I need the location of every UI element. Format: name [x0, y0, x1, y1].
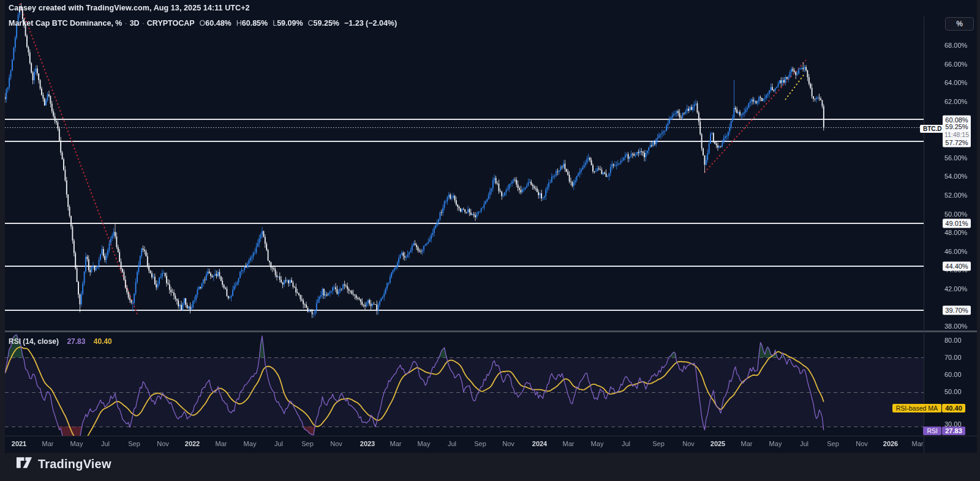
- rsi-label-value: 27.83: [942, 427, 965, 435]
- time-axis-month-label: May: [418, 440, 431, 447]
- time-axis-month-label: Sep: [474, 440, 486, 447]
- time-axis-month-label: Mar: [912, 440, 924, 447]
- high-value: 60.85%: [242, 19, 268, 28]
- symbol-legend[interactable]: Market Cap BTC Dominance, %·3D·CRYPTOCAP…: [9, 19, 397, 28]
- open-letter: O: [200, 19, 206, 28]
- time-axis-month-label: Nov: [157, 440, 169, 447]
- symbol-title[interactable]: Market Cap BTC Dominance, %: [9, 19, 122, 28]
- low-value: 59.09%: [277, 19, 303, 28]
- rsi-legend-title[interactable]: RSI (14, close): [9, 337, 59, 346]
- rsi-axis-tick: 50.00: [944, 388, 962, 395]
- time-axis-month-label: Mar: [741, 440, 753, 447]
- time-axis-year-label: 2025: [710, 440, 725, 447]
- time-axis-year-label: 2026: [883, 440, 898, 447]
- time-axis-month-label: Sep: [301, 440, 314, 447]
- tradingview-brand-text[interactable]: TradingView: [38, 457, 111, 471]
- price-axis-tick: 66.00%: [944, 61, 967, 68]
- time-axis-month-label: Mar: [42, 440, 54, 447]
- price-line-label: 49.01%: [943, 219, 971, 228]
- price-axis-tick: 64.00%: [944, 79, 967, 86]
- rsi-axis-tick: 80.00: [944, 337, 962, 344]
- price-axis-tick: 68.00%: [944, 42, 967, 49]
- price-axis-tick: 46.00%: [944, 248, 967, 255]
- time-axis-month-label: May: [244, 440, 257, 447]
- time-axis-month-label: Nov: [856, 440, 868, 447]
- price-axis-tick: 52.00%: [944, 192, 967, 199]
- price-line-label: 39.70%: [943, 306, 971, 315]
- change-value: −1.23 (−2.04%): [344, 19, 397, 28]
- rsi-ma-label-value: 40.40: [942, 404, 965, 412]
- time-axis-month-label: Jul: [274, 440, 283, 447]
- time-axis-month-label: Nov: [682, 440, 695, 447]
- rsi-axis-tick: 60.00: [944, 371, 962, 378]
- legend-separator: ·: [140, 19, 147, 28]
- time-axis-month-label: May: [769, 440, 782, 447]
- price-axis-tick: 54.00%: [944, 173, 967, 180]
- price-axis-tick: 48.00%: [944, 229, 967, 236]
- time-axis-month-label: Jul: [800, 440, 809, 447]
- close-value: 59.25%: [314, 19, 339, 28]
- time-axis-month-label: Nov: [330, 440, 342, 447]
- chart-canvas[interactable]: [0, 0, 980, 481]
- time-axis-month-label: Mar: [563, 440, 575, 447]
- rsi-indicator-legend[interactable]: RSI (14, close) 27.83 40.40: [9, 337, 112, 346]
- exchange-label: CRYPTOCAP: [147, 19, 195, 28]
- tradingview-footer[interactable]: TradingView: [16, 455, 111, 472]
- time-axis-month-label: Sep: [652, 440, 665, 447]
- time-axis-year-label: 2022: [185, 440, 200, 447]
- time-axis-month-label: Sep: [827, 440, 839, 447]
- price-axis-tick: 56.00%: [944, 154, 967, 162]
- rsi-ma-legend-value: 40.40: [94, 337, 112, 346]
- price-axis-tick: 62.00%: [944, 98, 967, 105]
- rsi-ma-label-name: RSI-based MA: [892, 404, 941, 412]
- time-axis-year-label: 2023: [360, 440, 375, 447]
- high-letter: H: [236, 19, 242, 28]
- series-price-flag[interactable]: BTC.D: [920, 125, 945, 133]
- screenshot-attribution: Capsey created with TradingView.com, Aug…: [9, 4, 250, 12]
- time-axis-month-label: Sep: [128, 440, 140, 447]
- time-axis-month-label: May: [591, 440, 604, 447]
- timeframe-label[interactable]: 3D: [130, 19, 140, 28]
- time-axis-month-label: Nov: [502, 440, 514, 447]
- close-letter: C: [308, 19, 314, 28]
- open-value: 60.48%: [205, 19, 231, 28]
- rsi-axis-tick: 70.00: [944, 354, 962, 361]
- price-axis-tick: 42.00%: [944, 285, 967, 293]
- time-axis-year-label: 2024: [532, 440, 547, 447]
- price-line-label: 57.72%: [943, 138, 971, 147]
- time-axis-year-label: 2021: [12, 440, 26, 447]
- rsi-legend-value: 27.83: [67, 337, 85, 346]
- rsi-label-name: RSI: [923, 427, 941, 435]
- tradingview-screenshot: { "top_bar": { "text": "Capsey created w…: [0, 0, 980, 481]
- time-axis-month-label: Jul: [448, 440, 456, 447]
- time-axis-month-label: Mar: [390, 440, 402, 447]
- time-axis-month-label: Jul: [622, 440, 630, 447]
- price-axis-tick: 38.00%: [944, 323, 967, 330]
- time-axis-month-label: Jul: [101, 440, 110, 447]
- price-scale-unit-button[interactable]: %: [945, 17, 974, 31]
- price-line-label: 59.25%11:48:15: [943, 122, 971, 140]
- time-axis-month-label: May: [70, 440, 83, 447]
- price-axis-tick: 50.00%: [944, 211, 967, 218]
- price-line-label: 44.40%: [943, 262, 971, 271]
- tradingview-logo-icon[interactable]: [16, 455, 32, 472]
- legend-separator: ·: [122, 19, 129, 28]
- time-axis-month-label: Mar: [216, 440, 227, 447]
